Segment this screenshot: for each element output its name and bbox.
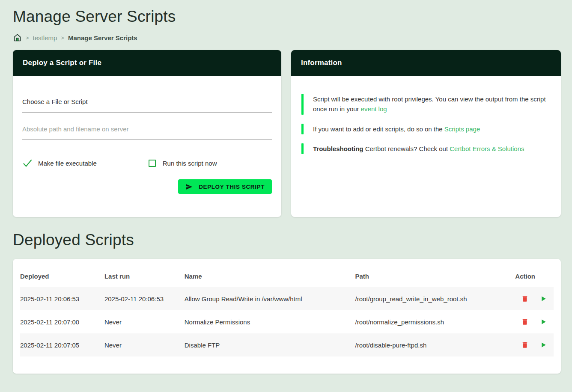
column-header-action: Action	[511, 262, 554, 287]
cell-last-run: 2025-02-11 20:06:53	[100, 287, 180, 310]
cell-deployed: 2025-02-11 20:07:05	[20, 333, 100, 356]
deploy-button-row: DEPLOY THIS SCRIPT	[22, 179, 272, 194]
run-script-icon[interactable]	[539, 341, 547, 349]
run-now-label: Run this script now	[163, 160, 217, 167]
make-executable-label: Make file executable	[38, 160, 97, 167]
action-cell	[515, 341, 549, 349]
cell-name: Disable FTP	[180, 333, 351, 356]
make-executable-checkbox[interactable]: Make file executable	[22, 158, 97, 168]
table-row: 2025-02-11 20:06:53 2025-02-11 20:06:53 …	[20, 287, 554, 310]
deployed-scripts-table: Deployed Last run Name Path Action 2025-…	[20, 262, 554, 356]
table-header-row: Deployed Last run Name Path Action	[20, 262, 554, 287]
run-script-icon[interactable]	[539, 318, 547, 326]
breadcrumb-current-page: Manage Server Scripts	[68, 34, 137, 42]
cell-name: Normalize Permissions	[180, 310, 351, 333]
info-bullet-bar	[301, 94, 304, 115]
cell-last-run: Never	[100, 310, 180, 333]
cell-path: /root/group_read_write_in_web_root.sh	[351, 287, 511, 310]
info-item-troubleshooting: Troubleshooting Certbot renewals? Check …	[301, 143, 551, 154]
column-header-last-run: Last run	[100, 262, 180, 287]
cell-last-run: Never	[100, 333, 180, 356]
information-card: Information Script will be executed with…	[291, 50, 561, 217]
delete-script-icon[interactable]	[521, 318, 529, 326]
info-text: Script will be executed with root privil…	[313, 95, 546, 113]
breadcrumb-separator: >	[61, 35, 64, 41]
page-title: Manage Server Scripts	[13, 8, 561, 26]
event-log-link[interactable]: event log	[361, 105, 387, 113]
column-header-path: Path	[351, 262, 511, 287]
deploy-card-header: Deploy a Script or File	[13, 50, 281, 76]
action-cell	[515, 318, 549, 326]
cell-path: /root/normalize_permissions.sh	[351, 310, 511, 333]
checkmark-icon	[22, 158, 33, 168]
cell-name: Allow Group Read/Write in /var/www/html	[180, 287, 351, 310]
file-script-select-label: Choose a File or Script	[22, 98, 88, 105]
info-bullet-bar	[301, 124, 304, 134]
run-now-checkbox[interactable]: Run this script now	[147, 160, 217, 167]
table-row: 2025-02-11 20:07:05 Never Disable FTP /r…	[20, 333, 554, 356]
scripts-page-link[interactable]: Scripts page	[444, 125, 480, 133]
info-item-edit-scripts: If you want to add or edit scripts, do s…	[301, 124, 551, 134]
empty-checkbox-icon	[149, 160, 156, 167]
delete-script-icon[interactable]	[521, 341, 529, 349]
deploy-script-button[interactable]: DEPLOY THIS SCRIPT	[178, 179, 272, 194]
column-header-name: Name	[180, 262, 351, 287]
cell-path: /root/disable-pure-ftpd.sh	[351, 333, 511, 356]
run-script-icon[interactable]	[539, 295, 547, 303]
breadcrumb-separator: >	[26, 35, 29, 41]
certbot-errors-link[interactable]: Certbot Errors & Solutions	[450, 145, 524, 152]
checkbox-row: Make file executable Run this script now	[22, 158, 272, 168]
deploy-card-body: Choose a File or Script Make file execut…	[13, 98, 281, 194]
breadcrumb-server-link[interactable]: testlemp	[33, 34, 57, 42]
file-script-select[interactable]: Choose a File or Script	[22, 98, 272, 113]
deployed-scripts-card: Deployed Last run Name Path Action 2025-…	[13, 259, 561, 374]
info-bullet-bar	[301, 143, 304, 154]
information-card-body: Script will be executed with root privil…	[291, 76, 561, 154]
column-header-deployed: Deployed	[20, 262, 100, 287]
info-text: Certbot renewals? Check out	[363, 145, 450, 152]
deploy-button-label: DEPLOY THIS SCRIPT	[199, 184, 265, 190]
server-path-input[interactable]	[22, 123, 272, 140]
deployed-scripts-title: Deployed Scripts	[13, 231, 561, 249]
top-cards-row: Deploy a Script or File Choose a File or…	[13, 50, 561, 217]
delete-script-icon[interactable]	[521, 295, 529, 303]
info-text: If you want to add or edit scripts, do s…	[313, 125, 444, 133]
send-icon	[185, 183, 193, 190]
information-card-header: Information	[291, 50, 561, 76]
cell-deployed: 2025-02-11 20:07:00	[20, 310, 100, 333]
deploy-script-card: Deploy a Script or File Choose a File or…	[13, 50, 281, 217]
table-row: 2025-02-11 20:07:00 Never Normalize Perm…	[20, 310, 554, 333]
breadcrumb: > testlemp > Manage Server Scripts	[13, 33, 561, 42]
action-cell	[515, 295, 549, 303]
info-bold-text: Troubleshooting	[313, 145, 363, 152]
page-container: Manage Server Scripts > testlemp > Manag…	[0, 0, 572, 386]
cell-deployed: 2025-02-11 20:06:53	[20, 287, 100, 310]
info-item-root-privileges: Script will be executed with root privil…	[301, 94, 551, 115]
home-icon[interactable]	[13, 33, 22, 42]
